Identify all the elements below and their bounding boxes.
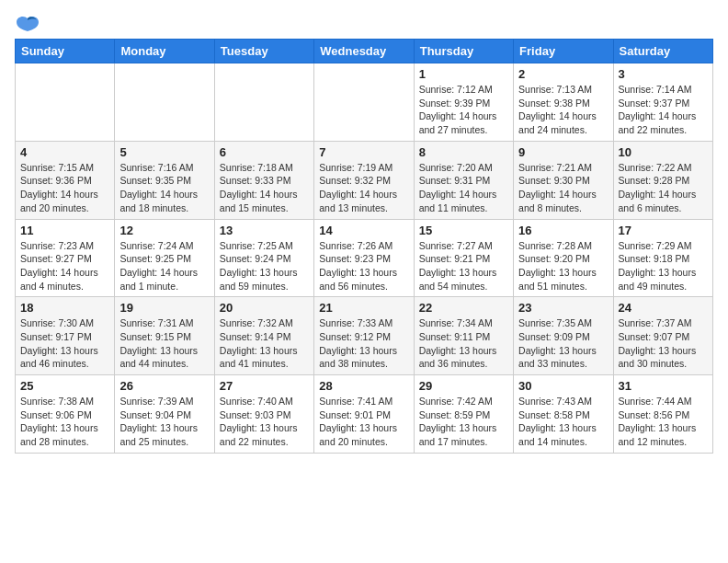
day-info: Sunrise: 7:20 AM Sunset: 9:31 PM Dayligh… — [419, 161, 508, 215]
calendar-cell: 15Sunrise: 7:27 AM Sunset: 9:21 PM Dayli… — [414, 219, 513, 297]
day-number: 3 — [619, 67, 708, 81]
calendar-cell: 28Sunrise: 7:41 AM Sunset: 9:01 PM Dayli… — [314, 375, 414, 454]
day-info: Sunrise: 7:33 AM Sunset: 9:12 PM Dayligh… — [319, 316, 408, 371]
header-day-tuesday: Tuesday — [214, 40, 313, 63]
calendar-cell — [16, 63, 115, 142]
calendar-cell: 26Sunrise: 7:39 AM Sunset: 9:04 PM Dayli… — [115, 375, 214, 454]
calendar-cell: 29Sunrise: 7:42 AM Sunset: 8:59 PM Dayli… — [414, 375, 513, 454]
day-number: 14 — [319, 224, 408, 237]
calendar-cell: 3Sunrise: 7:14 AM Sunset: 9:37 PM Daylig… — [613, 63, 712, 142]
header-day-thursday: Thursday — [414, 40, 513, 63]
day-info: Sunrise: 7:22 AM Sunset: 9:28 PM Dayligh… — [619, 161, 708, 215]
day-info: Sunrise: 7:24 AM Sunset: 9:25 PM Dayligh… — [119, 239, 209, 293]
day-number: 6 — [220, 145, 309, 159]
day-number: 13 — [220, 224, 309, 237]
calendar-cell: 20Sunrise: 7:32 AM Sunset: 9:14 PM Dayli… — [214, 297, 313, 375]
day-number: 27 — [220, 379, 309, 393]
calendar-cell: 7Sunrise: 7:19 AM Sunset: 9:32 PM Daylig… — [314, 141, 414, 219]
calendar-week-4: 18Sunrise: 7:30 AM Sunset: 9:17 PM Dayli… — [16, 297, 713, 375]
calendar-cell: 4Sunrise: 7:15 AM Sunset: 9:36 PM Daylig… — [16, 141, 115, 219]
header — [15, 15, 713, 35]
calendar-week-1: 1Sunrise: 7:12 AM Sunset: 9:39 PM Daylig… — [16, 63, 713, 142]
day-info: Sunrise: 7:25 AM Sunset: 9:24 PM Dayligh… — [220, 239, 309, 293]
day-number: 28 — [319, 379, 408, 393]
day-number: 23 — [518, 301, 608, 315]
day-number: 18 — [20, 301, 109, 315]
day-info: Sunrise: 7:39 AM Sunset: 9:04 PM Dayligh… — [119, 395, 209, 449]
calendar-body: 1Sunrise: 7:12 AM Sunset: 9:39 PM Daylig… — [16, 63, 713, 454]
day-number: 31 — [619, 379, 708, 393]
calendar-cell: 8Sunrise: 7:20 AM Sunset: 9:31 PM Daylig… — [414, 141, 513, 219]
calendar-cell: 9Sunrise: 7:21 AM Sunset: 9:30 PM Daylig… — [514, 141, 613, 219]
day-info: Sunrise: 7:34 AM Sunset: 9:11 PM Dayligh… — [419, 316, 508, 371]
day-number: 26 — [119, 379, 209, 393]
day-info: Sunrise: 7:43 AM Sunset: 8:58 PM Dayligh… — [518, 395, 608, 449]
day-info: Sunrise: 7:37 AM Sunset: 9:07 PM Dayligh… — [619, 316, 708, 371]
day-number: 8 — [419, 145, 508, 159]
day-info: Sunrise: 7:21 AM Sunset: 9:30 PM Dayligh… — [518, 161, 608, 215]
day-info: Sunrise: 7:18 AM Sunset: 9:33 PM Dayligh… — [220, 161, 309, 215]
calendar-cell — [314, 63, 414, 142]
calendar-cell: 1Sunrise: 7:12 AM Sunset: 9:39 PM Daylig… — [414, 63, 513, 142]
day-info: Sunrise: 7:42 AM Sunset: 8:59 PM Dayligh… — [419, 395, 508, 449]
day-number: 25 — [20, 379, 109, 393]
header-row: SundayMondayTuesdayWednesdayThursdayFrid… — [16, 40, 713, 63]
day-number: 9 — [518, 145, 608, 159]
logo-icon — [15, 15, 40, 35]
header-day-saturday: Saturday — [613, 40, 712, 63]
calendar-table: SundayMondayTuesdayWednesdayThursdayFrid… — [15, 39, 713, 454]
day-info: Sunrise: 7:16 AM Sunset: 9:35 PM Dayligh… — [119, 161, 209, 215]
day-info: Sunrise: 7:14 AM Sunset: 9:37 PM Dayligh… — [619, 83, 708, 137]
day-info: Sunrise: 7:15 AM Sunset: 9:36 PM Dayligh… — [20, 161, 109, 215]
day-info: Sunrise: 7:41 AM Sunset: 9:01 PM Dayligh… — [319, 395, 408, 449]
day-number: 29 — [419, 379, 508, 393]
day-number: 10 — [619, 145, 708, 159]
calendar-cell: 5Sunrise: 7:16 AM Sunset: 9:35 PM Daylig… — [115, 141, 214, 219]
header-day-friday: Friday — [514, 40, 613, 63]
calendar-cell: 22Sunrise: 7:34 AM Sunset: 9:11 PM Dayli… — [414, 297, 513, 375]
header-day-sunday: Sunday — [16, 40, 115, 63]
day-info: Sunrise: 7:31 AM Sunset: 9:15 PM Dayligh… — [119, 316, 209, 371]
day-number: 12 — [119, 224, 209, 237]
calendar-cell: 11Sunrise: 7:23 AM Sunset: 9:27 PM Dayli… — [16, 219, 115, 297]
calendar-header: SundayMondayTuesdayWednesdayThursdayFrid… — [16, 40, 713, 63]
day-info: Sunrise: 7:38 AM Sunset: 9:06 PM Dayligh… — [20, 395, 109, 449]
day-number: 1 — [419, 67, 508, 81]
day-number: 30 — [518, 379, 608, 393]
day-info: Sunrise: 7:23 AM Sunset: 9:27 PM Dayligh… — [20, 239, 109, 293]
day-info: Sunrise: 7:13 AM Sunset: 9:38 PM Dayligh… — [518, 83, 608, 137]
day-info: Sunrise: 7:44 AM Sunset: 8:56 PM Dayligh… — [619, 395, 708, 449]
calendar-cell — [214, 63, 313, 142]
header-day-monday: Monday — [115, 40, 214, 63]
calendar-cell: 19Sunrise: 7:31 AM Sunset: 9:15 PM Dayli… — [115, 297, 214, 375]
day-info: Sunrise: 7:26 AM Sunset: 9:23 PM Dayligh… — [319, 239, 408, 293]
calendar-cell: 16Sunrise: 7:28 AM Sunset: 9:20 PM Dayli… — [514, 219, 613, 297]
day-info: Sunrise: 7:12 AM Sunset: 9:39 PM Dayligh… — [419, 83, 508, 137]
logo — [15, 15, 44, 35]
day-number: 5 — [119, 145, 209, 159]
calendar-cell: 27Sunrise: 7:40 AM Sunset: 9:03 PM Dayli… — [214, 375, 313, 454]
calendar-cell: 12Sunrise: 7:24 AM Sunset: 9:25 PM Dayli… — [115, 219, 214, 297]
day-number: 2 — [518, 67, 608, 81]
header-day-wednesday: Wednesday — [314, 40, 414, 63]
calendar-cell: 25Sunrise: 7:38 AM Sunset: 9:06 PM Dayli… — [16, 375, 115, 454]
day-info: Sunrise: 7:35 AM Sunset: 9:09 PM Dayligh… — [518, 316, 608, 371]
day-number: 17 — [619, 224, 708, 237]
calendar-cell: 17Sunrise: 7:29 AM Sunset: 9:18 PM Dayli… — [613, 219, 712, 297]
calendar-cell: 23Sunrise: 7:35 AM Sunset: 9:09 PM Dayli… — [514, 297, 613, 375]
calendar-cell: 10Sunrise: 7:22 AM Sunset: 9:28 PM Dayli… — [613, 141, 712, 219]
calendar-cell: 30Sunrise: 7:43 AM Sunset: 8:58 PM Dayli… — [514, 375, 613, 454]
day-info: Sunrise: 7:32 AM Sunset: 9:14 PM Dayligh… — [220, 316, 309, 371]
calendar-cell: 13Sunrise: 7:25 AM Sunset: 9:24 PM Dayli… — [214, 219, 313, 297]
calendar-week-5: 25Sunrise: 7:38 AM Sunset: 9:06 PM Dayli… — [16, 375, 713, 454]
calendar-cell: 2Sunrise: 7:13 AM Sunset: 9:38 PM Daylig… — [514, 63, 613, 142]
day-number: 22 — [419, 301, 508, 315]
day-info: Sunrise: 7:30 AM Sunset: 9:17 PM Dayligh… — [20, 316, 109, 371]
day-number: 11 — [20, 224, 109, 237]
calendar-cell: 24Sunrise: 7:37 AM Sunset: 9:07 PM Dayli… — [613, 297, 712, 375]
day-info: Sunrise: 7:19 AM Sunset: 9:32 PM Dayligh… — [319, 161, 408, 215]
day-number: 15 — [419, 224, 508, 237]
day-info: Sunrise: 7:28 AM Sunset: 9:20 PM Dayligh… — [518, 239, 608, 293]
calendar-cell: 21Sunrise: 7:33 AM Sunset: 9:12 PM Dayli… — [314, 297, 414, 375]
day-info: Sunrise: 7:27 AM Sunset: 9:21 PM Dayligh… — [419, 239, 508, 293]
